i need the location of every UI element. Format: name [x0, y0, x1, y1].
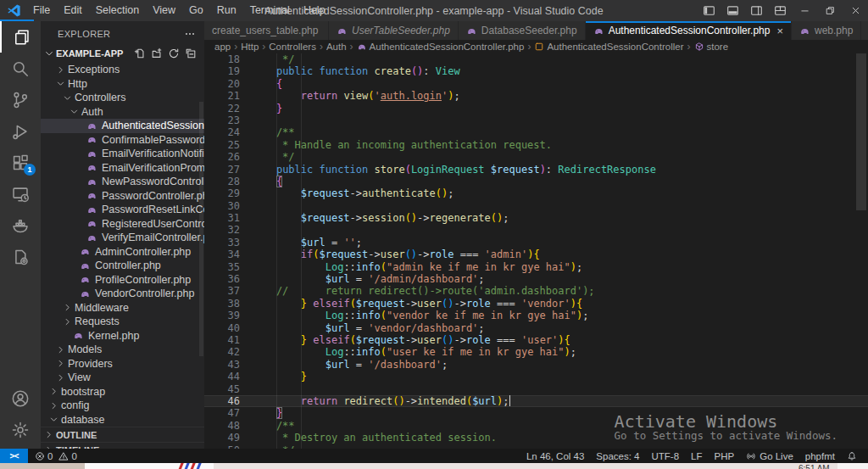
line-number[interactable]: 29: [204, 187, 240, 199]
layout-sidebar-right-button[interactable]: [744, 0, 768, 21]
status-go-live[interactable]: Go Live: [740, 449, 799, 463]
menu-go[interactable]: Go: [182, 4, 210, 16]
line-number[interactable]: 22: [204, 103, 240, 114]
editor-line-47[interactable]: 47 }: [204, 407, 868, 419]
activity-remote-explorer[interactable]: [0, 178, 41, 209]
file-controller-php[interactable]: Controller.php: [41, 259, 204, 273]
timeline-section[interactable]: TIMELINE: [41, 442, 204, 449]
editor-line-20[interactable]: 20 {: [204, 78, 868, 90]
status-phpfmt[interactable]: phpfmt: [799, 449, 841, 463]
editor-scrollbar[interactable]: [856, 53, 866, 210]
line-number[interactable]: 49: [204, 432, 240, 444]
breadcrumb-store[interactable]: store: [694, 42, 729, 52]
file-authenticatedsessioncontroller-php[interactable]: AuthenticatedSessionController.php: [41, 119, 204, 133]
file-admincontroller-php[interactable]: AdminController.php: [41, 245, 204, 260]
editor-line-44[interactable]: 44 }: [204, 371, 868, 382]
new-file-button[interactable]: [134, 47, 146, 59]
folder-bootstrap[interactable]: bootstrap: [41, 385, 204, 399]
line-number[interactable]: 38: [204, 298, 240, 310]
activity-run-and-debug[interactable]: [0, 115, 41, 147]
editor-line-22[interactable]: 22 }: [204, 103, 868, 114]
menu-file[interactable]: File: [26, 4, 57, 16]
editor-line-26[interactable]: 26 */: [204, 151, 868, 163]
editor-line-48[interactable]: 48 /**: [204, 420, 868, 432]
line-number[interactable]: 26: [204, 151, 240, 163]
line-number[interactable]: 21: [204, 90, 240, 102]
line-number[interactable]: 19: [204, 65, 240, 77]
line-number[interactable]: 40: [204, 322, 240, 334]
editor-line-27[interactable]: 27 public function store(LoginRequest $r…: [204, 164, 868, 176]
editor-line-23[interactable]: 23: [204, 114, 868, 126]
folder-auth[interactable]: Auth: [41, 105, 204, 120]
folder-database[interactable]: database: [41, 413, 204, 427]
breadcrumb-authenticatedsessioncontroller[interactable]: AuthenticatedSessionController: [534, 42, 683, 52]
outline-section[interactable]: OUTLINE: [41, 427, 204, 442]
menu-edit[interactable]: Edit: [57, 4, 89, 16]
activity-project-settings[interactable]: [0, 241, 41, 272]
status-eol[interactable]: LF: [685, 449, 708, 463]
line-number[interactable]: 47: [204, 407, 240, 419]
line-number[interactable]: 48: [204, 420, 240, 432]
remote-indicator[interactable]: ><: [0, 449, 28, 463]
collapse-all-button[interactable]: [185, 47, 197, 59]
layout-panel-bottom-button[interactable]: [721, 0, 744, 21]
folder-http[interactable]: Http: [41, 77, 204, 92]
line-number[interactable]: 37: [204, 285, 240, 297]
tab-authenticatedsessioncontroller-php[interactable]: AuthenticatedSessionController.php×: [586, 21, 792, 40]
workspace-section-header[interactable]: EXAMPLE-APP: [41, 44, 204, 63]
editor-line-24[interactable]: 24 /**: [204, 126, 868, 138]
tab-kernel-php[interactable]: Kernel.php: [861, 21, 868, 40]
line-number[interactable]: 25: [204, 139, 240, 151]
line-number[interactable]: 31: [204, 212, 240, 224]
editor-line-28[interactable]: 28 {: [204, 176, 868, 187]
activity-explorer[interactable]: [0, 21, 41, 53]
menu-run[interactable]: Run: [210, 4, 243, 16]
layout-customize-button[interactable]: [768, 0, 792, 21]
editor-line-29[interactable]: 29 $request->authenticate();: [204, 187, 868, 199]
editor-line-42[interactable]: 42 Log::info("user ke if me in kr gye ha…: [204, 346, 868, 358]
refresh-button[interactable]: [168, 47, 180, 59]
file-emailverificationnotificationcontr-[interactable]: EmailVerificationNotificationContr...: [41, 147, 204, 161]
breadcrumb-controllers[interactable]: Controllers: [269, 42, 316, 52]
menu-help[interactable]: Help: [297, 4, 332, 16]
line-number[interactable]: 39: [204, 310, 240, 321]
line-number[interactable]: 33: [204, 237, 240, 248]
editor-line-41[interactable]: 41 } elseif($request->user()->role === '…: [204, 334, 868, 346]
line-number[interactable]: 43: [204, 359, 240, 371]
activity-docker[interactable]: [0, 209, 41, 241]
line-number[interactable]: 45: [204, 383, 240, 395]
file-registeredusercontroller-php[interactable]: RegisteredUserController.php: [41, 217, 204, 232]
status-language-mode[interactable]: PHP: [709, 449, 741, 463]
line-number[interactable]: 30: [204, 200, 240, 212]
file-emailverificationpromptcontroller-[interactable]: EmailVerificationPromptController....: [41, 161, 204, 176]
editor-line-32[interactable]: 32: [204, 224, 868, 236]
menu-view[interactable]: View: [146, 4, 182, 16]
line-number[interactable]: 24: [204, 126, 240, 138]
code-editor[interactable]: 18 */19 public function create(): View20…: [204, 53, 868, 449]
editor-line-34[interactable]: 34 if($request->user()->role === 'admin'…: [204, 248, 868, 260]
file-vendorcontroller-php[interactable]: VendorController.php: [41, 287, 204, 301]
breadcrumb-authenticatedsessioncontroller-php[interactable]: AuthenticatedSessionController.php: [357, 42, 525, 52]
explorer-more-actions-icon[interactable]: [184, 28, 196, 40]
line-number[interactable]: 23: [204, 114, 240, 126]
line-number[interactable]: 18: [204, 53, 240, 65]
menu-terminal[interactable]: Terminal: [243, 4, 297, 16]
line-number[interactable]: 32: [204, 224, 240, 236]
line-number[interactable]: 28: [204, 176, 240, 187]
breadcrumb-app[interactable]: app: [214, 42, 231, 52]
problems-indicator[interactable]: 0 0: [28, 451, 81, 461]
line-number[interactable]: 46: [204, 395, 240, 407]
line-number[interactable]: 36: [204, 273, 240, 285]
tab-usertableseeder-php[interactable]: UserTableSeeder.php: [329, 21, 459, 40]
tab-databaseseeder-php[interactable]: DatabaseSeeder.php: [459, 21, 586, 40]
editor-line-46[interactable]: 46 return redirect()->intended($url);: [204, 395, 868, 407]
line-number[interactable]: 20: [204, 78, 240, 90]
breadcrumb-http[interactable]: Http: [241, 42, 259, 52]
file-kernel-php[interactable]: Kernel.php: [41, 329, 204, 343]
editor-line-45[interactable]: 45: [204, 383, 868, 395]
activity-source-control[interactable]: [0, 84, 41, 115]
editor-line-19[interactable]: 19 public function create(): View: [204, 65, 868, 77]
line-number[interactable]: 44: [204, 371, 240, 382]
file-passwordcontroller-php[interactable]: PasswordController.php: [41, 189, 204, 204]
editor-line-37[interactable]: 37 // return redirect()->route('admin.da…: [204, 285, 868, 297]
